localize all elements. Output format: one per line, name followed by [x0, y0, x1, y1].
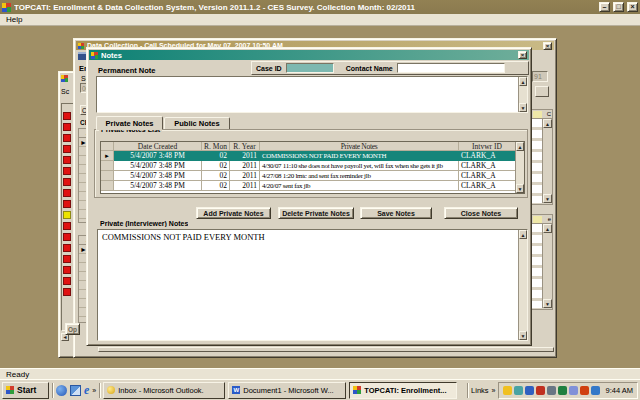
windows-logo-icon: [6, 386, 14, 394]
grid-row[interactable]: 5/4/2007 3:48 PM 02 2011 4/20/07 sent fa…: [101, 181, 515, 191]
data-collection-close-icon[interactable]: ×: [543, 42, 552, 50]
cell-note[interactable]: 4/30/07 11:10 she does not have payroll …: [260, 161, 459, 171]
cell-ryear[interactable]: 2011: [230, 171, 260, 181]
task-button-outlook[interactable]: Inbox - Microsoft Outlook.: [103, 382, 225, 399]
tray-icon[interactable]: [525, 386, 534, 395]
scroll-up-icon[interactable]: ▲: [519, 230, 527, 239]
right-grid-2[interactable]: e ▲ ▼: [531, 214, 553, 310]
start-button[interactable]: Start: [2, 382, 49, 399]
case-status-dot: [63, 156, 71, 164]
right-grid-1[interactable]: C ▲ ▼: [531, 109, 553, 205]
grid-scrollbar[interactable]: ▲ ▼: [515, 142, 524, 193]
task-label: TOPCATI: Enrollment...: [364, 386, 446, 395]
permanent-note-text[interactable]: [97, 77, 518, 112]
tab-private-notes[interactable]: Private Notes: [96, 116, 163, 130]
menu-help[interactable]: Help: [6, 15, 22, 24]
case-id-input[interactable]: [286, 63, 334, 73]
cell-rmon[interactable]: 02: [202, 161, 230, 171]
case-status-dot: [63, 244, 71, 252]
cell-intvwr[interactable]: CLARK_A: [459, 181, 515, 191]
col-private-notes[interactable]: Private Notes: [260, 142, 459, 151]
tray-icon[interactable]: [503, 386, 512, 395]
scroll-down-icon[interactable]: ▼: [516, 184, 524, 193]
private-notes-grid[interactable]: Date Created R. Mon R. Year Private Note…: [100, 141, 525, 194]
minimize-icon[interactable]: –: [599, 2, 610, 12]
scroll-down-icon[interactable]: ▼: [519, 331, 527, 340]
scroll-up-icon[interactable]: ▲: [516, 142, 524, 151]
options-button[interactable]: Op: [65, 323, 80, 335]
cell-note[interactable]: 4/27/08 1:20 lmtc and sent fax reminder …: [260, 171, 459, 181]
cell-intvwr[interactable]: CLARK_A: [459, 151, 515, 161]
save-notes-button[interactable]: Save Notes: [360, 207, 432, 219]
col-intvwr-id[interactable]: Intvwr ID: [459, 142, 515, 151]
menu-bar: Help: [0, 14, 640, 26]
cell-date[interactable]: 5/4/2007 3:48 PM: [114, 151, 202, 161]
case-status-dot: [63, 288, 71, 296]
cell-ryear[interactable]: 2011: [230, 161, 260, 171]
cell-date[interactable]: 5/4/2007 3:48 PM: [114, 181, 202, 191]
status-bar: Ready: [0, 368, 640, 379]
tray-icon[interactable]: [569, 386, 578, 395]
clock: 9:44 AM: [605, 386, 633, 395]
interviewer-notes-text[interactable]: COMMISSIONS NOT PAID EVERY MONTH: [98, 230, 518, 340]
permanent-note-box[interactable]: ▲ ▼: [96, 76, 528, 113]
tray-icon[interactable]: [514, 386, 523, 395]
case-id-label: Case ID: [256, 65, 282, 72]
interviewer-notes-scrollbar[interactable]: ▲ ▼: [518, 230, 527, 340]
tray-icon[interactable]: [547, 386, 556, 395]
cell-intvwr[interactable]: CLARK_A: [459, 171, 515, 181]
scroll-up-icon[interactable]: ▲: [543, 224, 552, 233]
scroll-down-icon[interactable]: ▼: [543, 194, 552, 203]
cell-ryear[interactable]: 2011: [230, 181, 260, 191]
tray-icon[interactable]: [591, 386, 600, 395]
cell-date[interactable]: 5/4/2007 3:48 PM: [114, 171, 202, 181]
case-status-dot: [63, 277, 71, 285]
close-notes-button[interactable]: Close Notes: [444, 207, 518, 219]
cell-intvwr[interactable]: CLARK_A: [459, 161, 515, 171]
right-grid-1-yellow-cell: [533, 111, 542, 118]
scroll-up-icon[interactable]: ▲: [543, 119, 552, 128]
tray-icon[interactable]: [580, 386, 589, 395]
cell-note[interactable]: 4/20/07 sent fax jlb: [260, 181, 459, 191]
task-button-word[interactable]: W Document1 - Microsoft W...: [228, 382, 346, 399]
quick-launch-outlook-icon[interactable]: [70, 385, 81, 396]
links-chevron-icon[interactable]: »: [492, 387, 496, 394]
grid-row[interactable]: 5/4/2007 3:48 PM 02 2011 4/27/08 1:20 lm…: [101, 171, 515, 181]
case-status-dot: [63, 112, 71, 120]
notes-close-icon[interactable]: ×: [518, 51, 527, 59]
grid-row[interactable]: 5/4/2007 3:48 PM 02 2011 4/30/07 11:10 s…: [101, 161, 515, 171]
col-r-year[interactable]: R. Year: [230, 142, 260, 151]
taskbar: Start e » Inbox - Microsoft Outlook. W D…: [0, 379, 640, 400]
cell-rmon[interactable]: 02: [202, 171, 230, 181]
cell-rmon[interactable]: 02: [202, 151, 230, 161]
right-small-button[interactable]: [535, 86, 549, 97]
task-button-topcati[interactable]: TOPCATI: Enrollment...: [349, 382, 457, 399]
quick-launch-media-icon[interactable]: [56, 385, 67, 396]
notes-window[interactable]: Notes × Case ID Contact Name Permanent N…: [86, 47, 532, 346]
close-icon[interactable]: ×: [627, 2, 638, 12]
cell-note[interactable]: COMMISSIONS NOT PAID EVERY MONTH: [260, 151, 459, 161]
cell-rmon[interactable]: 02: [202, 181, 230, 191]
quick-launch-chevron-icon[interactable]: »: [92, 387, 96, 394]
tray-icon[interactable]: [536, 386, 545, 395]
delete-private-notes-button[interactable]: Delete Private Notes: [278, 207, 354, 219]
links-toolbar-label[interactable]: Links: [471, 386, 489, 395]
contact-name-input[interactable]: [397, 63, 505, 73]
col-date-created[interactable]: Date Created: [114, 142, 202, 151]
data-collection-window-icon: [78, 43, 84, 49]
cell-ryear[interactable]: 2011: [230, 151, 260, 161]
interviewer-notes-box[interactable]: COMMISSIONS NOT PAID EVERY MONTH ▲ ▼: [97, 229, 528, 341]
case-status-dot: [63, 255, 71, 263]
col-r-mon[interactable]: R. Mon: [202, 142, 230, 151]
cell-date[interactable]: 5/4/2007 3:48 PM: [114, 161, 202, 171]
scroll-down-icon[interactable]: ▼: [519, 103, 527, 112]
save-icon[interactable]: [78, 52, 86, 60]
maximize-icon[interactable]: □: [613, 2, 624, 12]
grid-row-selected[interactable]: ► 5/4/2007 3:48 PM 02 2011 COMMISSIONS N…: [101, 151, 515, 161]
scroll-down-icon[interactable]: ▼: [543, 299, 552, 308]
internet-explorer-icon[interactable]: e: [84, 385, 89, 396]
permanent-note-scrollbar[interactable]: ▲ ▼: [518, 77, 527, 112]
add-private-notes-button[interactable]: Add Private Notes: [196, 207, 271, 219]
tray-icon[interactable]: [558, 386, 567, 395]
scroll-up-icon[interactable]: ▲: [519, 77, 527, 86]
